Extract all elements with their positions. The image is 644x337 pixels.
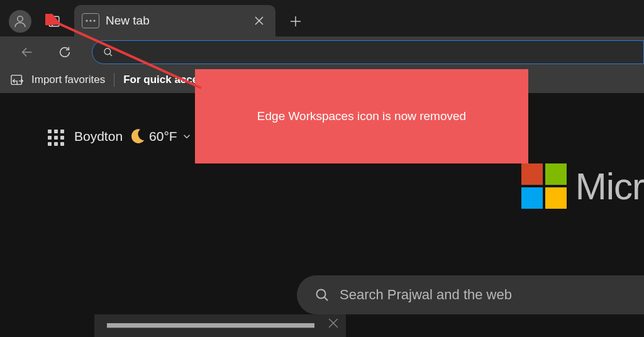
refresh-button[interactable]	[54, 41, 75, 63]
svg-point-0	[18, 16, 23, 21]
search-icon	[103, 47, 114, 58]
arrow-left-icon	[20, 45, 34, 59]
microsoft-logo-icon	[521, 163, 567, 209]
back-button[interactable]	[16, 41, 38, 63]
svg-point-5	[93, 19, 95, 21]
tab-favicon	[82, 13, 99, 28]
address-bar[interactable]	[92, 40, 644, 64]
profile-button[interactable]	[9, 10, 31, 33]
weather-widget[interactable]: Boydton 60°F	[74, 127, 192, 146]
close-icon	[255, 16, 264, 25]
chevron-down-icon	[181, 131, 192, 142]
svg-line-15	[325, 297, 328, 301]
active-tab[interactable]: New tab	[74, 5, 275, 36]
ellipsis-icon	[85, 18, 96, 23]
svg-point-14	[317, 290, 326, 299]
svg-point-4	[89, 19, 91, 21]
svg-point-3	[86, 19, 87, 21]
weather-temp: 60°F	[149, 129, 177, 144]
import-favorites-link[interactable]: Import favorites	[31, 74, 105, 86]
toolbar	[0, 36, 644, 67]
tab-title: New tab	[106, 14, 250, 28]
search-icon	[314, 287, 330, 302]
svg-rect-1	[49, 16, 59, 26]
svg-rect-13	[11, 75, 21, 85]
moon-icon	[128, 127, 147, 146]
new-tab-button[interactable]	[284, 10, 307, 33]
weather-city: Boydton	[74, 129, 123, 144]
microsoft-logo-text: Micr	[575, 165, 644, 208]
person-icon	[13, 14, 28, 29]
separator	[114, 73, 114, 87]
svg-point-11	[104, 48, 111, 55]
tab-actions-icon	[47, 14, 61, 28]
import-favorites-icon	[10, 73, 25, 87]
top-sites-button[interactable]	[48, 130, 67, 148]
ntp-search-box[interactable]: Search Prajwal and the web	[297, 275, 644, 314]
plus-icon	[290, 16, 301, 27]
svg-line-12	[109, 53, 112, 56]
bottom-popup	[94, 314, 346, 337]
tab-actions-button[interactable]	[43, 10, 65, 33]
ntp-search-placeholder: Search Prajwal and the web	[340, 287, 512, 303]
microsoft-logo: Micr	[521, 163, 644, 209]
annotation-text: Edge Workspaces icon is now removed	[257, 109, 466, 123]
annotation-callout: Edge Workspaces icon is now removed	[195, 69, 528, 163]
popup-header	[107, 323, 314, 328]
tab-strip: New tab	[0, 0, 644, 39]
refresh-icon	[58, 45, 72, 59]
close-icon[interactable]	[328, 318, 338, 328]
close-tab-button[interactable]	[250, 12, 268, 30]
